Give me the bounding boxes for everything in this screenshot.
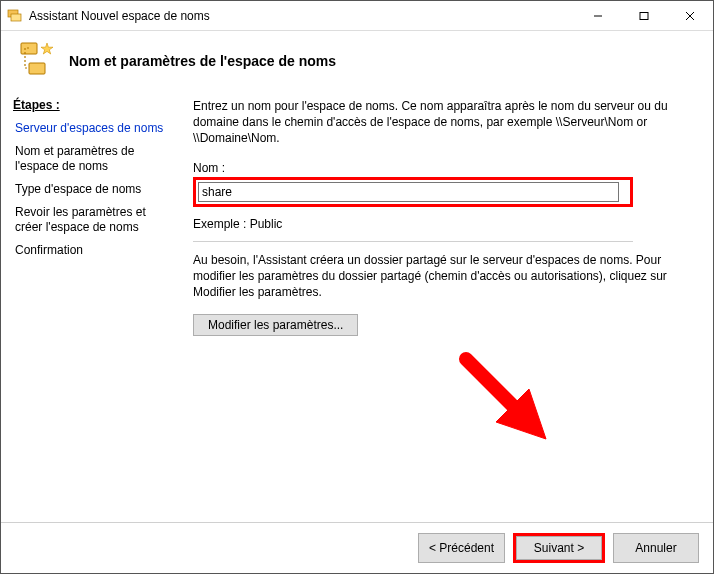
wizard-footer: < Précédent Suivant > Annuler — [1, 522, 713, 573]
red-arrow-annotation — [451, 344, 561, 454]
wizard-app-icon — [7, 8, 23, 24]
steps-heading: Étapes : — [13, 98, 173, 112]
instruction-text: Entrez un nom pour l'espace de noms. Ce … — [193, 98, 689, 147]
step-confirmation[interactable]: Confirmation — [13, 240, 173, 261]
help-text: Au besoin, l'Assistant créera un dossier… — [193, 252, 689, 301]
cancel-button[interactable]: Annuler — [613, 533, 699, 563]
svg-marker-8 — [41, 43, 53, 54]
step-namespace-server[interactable]: Serveur d'espaces de noms — [13, 118, 173, 139]
svg-rect-3 — [640, 12, 648, 19]
next-button-highlight: Suivant > — [513, 533, 605, 563]
svg-rect-1 — [11, 14, 21, 21]
close-button[interactable] — [667, 1, 713, 31]
modify-settings-button[interactable]: Modifier les paramètres... — [193, 314, 358, 336]
wizard-header: Nom et paramètres de l'espace de noms — [1, 31, 713, 94]
wizard-body: Étapes : Serveur d'espaces de noms Nom e… — [1, 94, 713, 522]
titlebar: Assistant Nouvel espace de noms — [1, 1, 713, 31]
steps-sidebar: Étapes : Serveur d'espaces de noms Nom e… — [1, 94, 181, 522]
svg-line-9 — [466, 359, 521, 414]
maximize-button[interactable] — [621, 1, 667, 31]
svg-rect-7 — [29, 63, 45, 74]
minimize-button[interactable] — [575, 1, 621, 31]
step-name-settings[interactable]: Nom et paramètres de l'espace de noms — [13, 141, 173, 177]
name-label: Nom : — [193, 161, 689, 175]
name-input-highlight — [193, 177, 633, 207]
example-text: Exemple : Public — [193, 217, 689, 231]
page-title: Nom et paramètres de l'espace de noms — [69, 53, 336, 69]
namespace-icon — [15, 39, 55, 82]
divider — [193, 241, 633, 242]
namespace-name-input[interactable] — [198, 182, 619, 202]
step-namespace-type[interactable]: Type d'espace de noms — [13, 179, 173, 200]
window-title: Assistant Nouvel espace de noms — [29, 9, 575, 23]
main-content: Entrez un nom pour l'espace de noms. Ce … — [181, 94, 713, 522]
step-review-create[interactable]: Revoir les paramètres et créer l'espace … — [13, 202, 173, 238]
previous-button[interactable]: < Précédent — [418, 533, 505, 563]
next-button[interactable]: Suivant > — [516, 536, 602, 560]
svg-marker-10 — [496, 389, 546, 439]
